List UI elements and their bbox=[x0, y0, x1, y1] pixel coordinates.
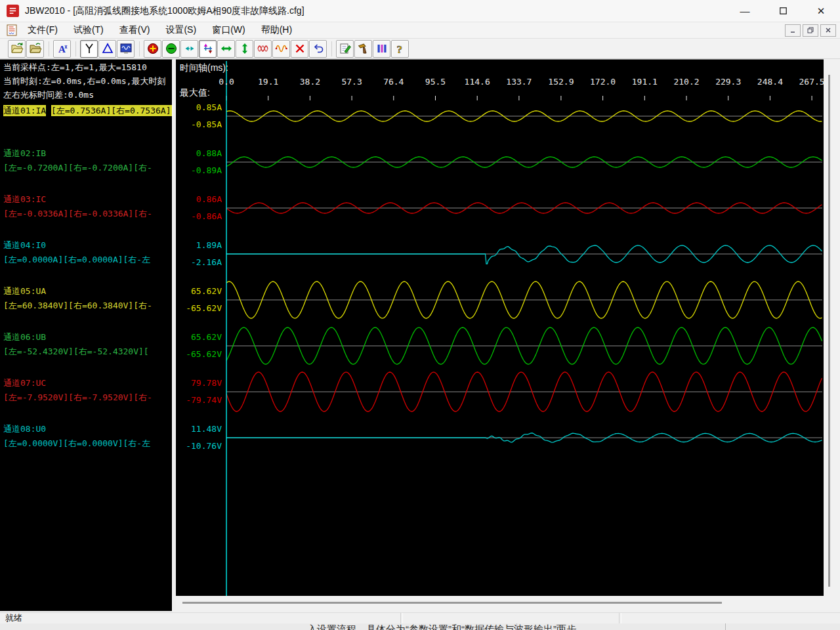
waveform-canvas[interactable]: 时间轴(ms): 最大值: 0.019.138.257.376.495.5114… bbox=[176, 59, 824, 597]
horizontal-scrollbar[interactable] bbox=[176, 596, 840, 610]
close-button[interactable]: ✕ bbox=[802, 0, 840, 22]
menu-view[interactable]: 查看(V) bbox=[113, 23, 157, 37]
mdi-controls bbox=[785, 24, 836, 37]
channel-extreme-label: -65.62V bbox=[176, 303, 222, 313]
time-tick-label: 133.7 bbox=[501, 77, 537, 87]
cursor-tool-button[interactable] bbox=[199, 40, 217, 58]
report-edit-button[interactable] bbox=[336, 40, 354, 58]
amplitude-zoom-out-button[interactable] bbox=[162, 40, 180, 58]
time-tick-label: 95.5 bbox=[417, 77, 454, 87]
vertical-scrollbar-thumb[interactable] bbox=[828, 75, 830, 587]
status-separator bbox=[619, 613, 621, 623]
time-tick-label: 172.0 bbox=[585, 77, 621, 87]
columns-icon bbox=[375, 42, 388, 55]
menu-window[interactable]: 窗口(W) bbox=[205, 23, 252, 37]
delta-icon bbox=[101, 42, 114, 55]
channel-name[interactable]: 通道08:U0 bbox=[3, 423, 46, 434]
open-file-button[interactable] bbox=[8, 40, 26, 58]
toolbar: A? bbox=[0, 39, 840, 59]
overlay-waves-button[interactable] bbox=[254, 40, 272, 58]
font-a-icon: A bbox=[56, 42, 69, 55]
channel-extreme-label: 0.88A bbox=[176, 148, 222, 158]
channel-item-i0[interactable]: 通道04:I0 [左=0.0000A][右=0.0000A][右-左 bbox=[3, 240, 173, 265]
time-tick-label: 248.4 bbox=[751, 77, 788, 87]
time-tick-label: 114.6 bbox=[459, 77, 495, 87]
expand-vertical-button[interactable] bbox=[236, 40, 253, 58]
expand-horizontal-button[interactable] bbox=[217, 40, 235, 58]
menu-file[interactable]: 文件(F) bbox=[21, 23, 64, 37]
window-title: JBW2010 - [高阻消弧线圈接地系统1000欧姆A相90度非故障线路.cf… bbox=[25, 5, 304, 17]
time-tick-label: 38.2 bbox=[291, 77, 328, 87]
toolbar-separator bbox=[135, 41, 144, 57]
workspace: 当前采样点:左=1,右=1,最大=15810 当前时刻:左=0.0ms,右=0.… bbox=[0, 59, 840, 610]
channel-info-panel[interactable]: 当前采样点:左=1,右=1,最大=15810 当前时刻:左=0.0ms,右=0.… bbox=[0, 59, 173, 611]
folder-open-icon bbox=[10, 42, 24, 55]
time-tick-label: 229.3 bbox=[710, 77, 747, 87]
mdi-close-button[interactable] bbox=[820, 24, 836, 37]
horizontal-scrollbar-thumb[interactable] bbox=[182, 602, 722, 604]
help-button[interactable]: ? bbox=[391, 40, 409, 58]
background-window-divider bbox=[725, 623, 726, 630]
time-axis-label: 时间轴(ms): bbox=[180, 62, 228, 74]
waveform-view-button[interactable] bbox=[117, 40, 135, 58]
channel-name[interactable]: 通道02:IB bbox=[3, 148, 46, 159]
channel-name[interactable]: 通道06:UB bbox=[3, 331, 46, 343]
channel-extreme-label: 65.62V bbox=[176, 286, 222, 296]
menu-settings[interactable]: 设置(S) bbox=[159, 23, 203, 37]
mdi-minimize-button[interactable] bbox=[785, 24, 801, 37]
time-tick-label: 0.0 bbox=[208, 77, 245, 87]
time-tick-label: 76.4 bbox=[375, 77, 412, 87]
channel-item-ub[interactable]: 通道06:UB [左=-52.4320V][右=-52.4320V][ bbox=[3, 331, 173, 357]
channel-name[interactable]: 通道05:UA bbox=[3, 285, 46, 297]
vertical-scrollbar[interactable] bbox=[824, 59, 840, 596]
channel-values: [左=0.0000A][右=0.0000A][右-左 bbox=[3, 254, 173, 265]
menu-help[interactable]: 帮助(H) bbox=[255, 23, 299, 37]
wye-connection-button[interactable] bbox=[80, 40, 98, 58]
current-time-info: 当前时刻:左=0.0ms,右=0.0ms,最大时刻 bbox=[3, 75, 173, 88]
menu-test[interactable]: 试验(T) bbox=[67, 23, 110, 37]
open-data-file-button[interactable] bbox=[26, 40, 44, 58]
channel-extreme-label: -10.76V bbox=[176, 441, 222, 451]
channel-extreme-label: 0.85A bbox=[176, 102, 222, 112]
sample-point-info: 当前采样点:左=1,右=1,最大=15810 bbox=[3, 61, 173, 74]
channel-item-ua[interactable]: 通道05:UA [左=60.3840V][右=60.3840V][右- bbox=[3, 285, 173, 311]
channel-extreme-label: -0.85A bbox=[176, 119, 222, 129]
channel-name[interactable]: 通道04:I0 bbox=[3, 240, 46, 251]
tools-button[interactable] bbox=[354, 40, 372, 58]
channel-item-ib[interactable]: 通道02:IB [左=-0.7200A][右=-0.7200A][右- bbox=[3, 148, 173, 173]
channel-name[interactable]: 通道03:IC bbox=[3, 194, 46, 205]
undo-button[interactable] bbox=[309, 40, 327, 58]
arrow-horizontal-icon bbox=[220, 42, 233, 55]
channel-item-u0[interactable]: 通道08:U0 [左=0.0000V][右=0.0000V][右-左 bbox=[3, 423, 173, 449]
svg-text:?: ? bbox=[396, 43, 402, 56]
toolbar-separator bbox=[45, 41, 53, 57]
delete-channel-button[interactable] bbox=[291, 40, 308, 58]
arrow-vertical-icon bbox=[238, 42, 251, 55]
compress-horizontal-icon bbox=[183, 42, 196, 55]
channel-item-ic[interactable]: 通道03:IC [左=-0.0336A][右=-0.0336A][右- bbox=[3, 194, 173, 219]
channel-name[interactable]: 通道07:UC bbox=[3, 377, 46, 388]
amplitude-zoom-in-button[interactable] bbox=[144, 40, 161, 58]
channel-extreme-label: 1.89A bbox=[176, 240, 222, 250]
status-separator bbox=[400, 613, 403, 623]
single-wave-button[interactable] bbox=[272, 40, 290, 58]
channel-name[interactable]: 通道01:IA bbox=[3, 105, 46, 117]
minimize-button[interactable]: — bbox=[726, 0, 764, 22]
time-compress-button[interactable] bbox=[180, 40, 198, 58]
app-icon bbox=[7, 5, 19, 17]
channel-values: [左=-0.0336A][右=-0.0336A][右- bbox=[3, 208, 173, 219]
menu-bar: 文件(F) 试验(T) 查看(V) 设置(S) 窗口(W) 帮助(H) bbox=[0, 22, 840, 39]
data-list-button[interactable] bbox=[373, 40, 390, 58]
delta-connection-button[interactable] bbox=[98, 40, 116, 58]
time-tick-label: 57.3 bbox=[333, 77, 370, 87]
channel-item-ia[interactable]: 通道01:IA [左=0.7536A][右=0.7536A][右-左 bbox=[3, 102, 173, 117]
channel-item-uc[interactable]: 通道07:UC [左=-7.9520V][右=-7.9520V][右- bbox=[3, 377, 173, 403]
wye-icon bbox=[83, 42, 96, 55]
font-setting-button[interactable]: A bbox=[53, 40, 71, 58]
background-window-text: 入设置流程，具体分为“参数设置”和“数据传输与波形输出”两步 bbox=[307, 623, 576, 630]
mdi-restore-button[interactable] bbox=[803, 24, 818, 37]
channel-values: [左=-52.4320V][右=-52.4320V][ bbox=[3, 346, 173, 357]
time-tick-label: 152.9 bbox=[543, 77, 579, 87]
toolbar-separator bbox=[327, 41, 336, 57]
maximize-button[interactable] bbox=[764, 0, 802, 22]
